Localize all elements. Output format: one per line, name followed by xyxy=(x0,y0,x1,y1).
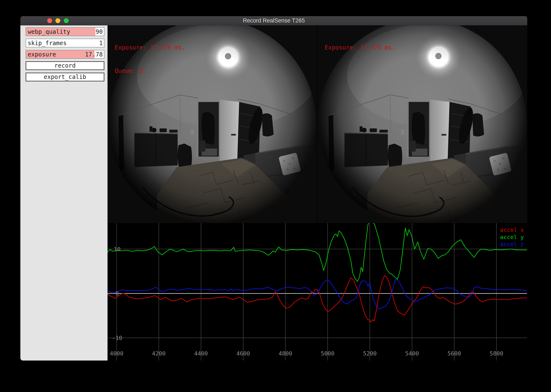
stereo-camera-panel: Exposure: 17.776 ms. Queue: 0. Exposure:… xyxy=(107,25,527,223)
control-sidebar: webp_quality 90 skip_frames 1 exposure 1… xyxy=(20,25,107,361)
window-title: Record RealSense T265 xyxy=(20,16,527,25)
slider-value: 17.78 xyxy=(85,51,103,58)
svg-text:4800: 4800 xyxy=(279,350,292,357)
svg-text:4400: 4400 xyxy=(194,350,208,357)
svg-text:-10: -10 xyxy=(112,335,122,341)
slider-skip-frames[interactable]: skip_frames 1 xyxy=(26,39,104,47)
plot-legend: accel x accel y accel z xyxy=(500,226,524,248)
legend-accel-y: accel y xyxy=(500,234,524,241)
slider-exposure[interactable]: exposure 17.78 xyxy=(26,50,104,59)
queue-readout: Queue: 0. xyxy=(115,67,186,75)
svg-text:5600: 5600 xyxy=(447,350,461,357)
camera-view-left: Exposure: 17.776 ms. Queue: 0. xyxy=(107,25,317,223)
camera-view-right: Exposure: 17.776 ms. xyxy=(317,25,527,223)
slider-value: 90 xyxy=(96,28,103,35)
legend-accel-z: accel z xyxy=(500,241,524,248)
exposure-readout: Exposure: 17.776 ms. xyxy=(325,44,395,51)
legend-accel-x: accel x xyxy=(500,226,524,234)
slider-webp-quality[interactable]: webp_quality 90 xyxy=(26,27,104,36)
svg-text:5400: 5400 xyxy=(405,350,419,357)
close-button-icon[interactable] xyxy=(47,18,52,23)
titlebar: Record RealSense T265 xyxy=(20,16,527,25)
svg-text:4600: 4600 xyxy=(236,350,250,357)
svg-text:4000: 4000 xyxy=(110,350,123,357)
camera-overlay-right: Exposure: 17.776 ms. xyxy=(325,28,395,67)
slider-label: webp_quality xyxy=(28,28,70,35)
slider-label: exposure xyxy=(28,51,56,58)
minimize-button-icon[interactable] xyxy=(55,18,60,23)
export-calib-button[interactable]: export_calib xyxy=(26,73,104,81)
svg-text:5200: 5200 xyxy=(363,350,377,357)
slider-label: skip_frames xyxy=(28,40,67,47)
svg-text:10: 10 xyxy=(114,246,121,252)
maximize-button-icon[interactable] xyxy=(64,18,69,23)
svg-text:5000: 5000 xyxy=(321,350,335,357)
accelerometer-plot: 4000420044004600480050005200540056005800… xyxy=(107,223,527,361)
slider-value: 1 xyxy=(99,40,103,47)
record-button[interactable]: record xyxy=(26,61,104,70)
svg-text:4200: 4200 xyxy=(152,350,166,357)
accel-plot-svg: 4000420044004600480050005200540056005800… xyxy=(107,223,527,361)
camera-overlay-left: Exposure: 17.776 ms. Queue: 0. xyxy=(115,28,186,90)
exposure-readout: Exposure: 17.776 ms. xyxy=(115,44,186,51)
svg-text:0: 0 xyxy=(115,290,119,297)
desktop: { "window": { "title": "Record RealSense… xyxy=(0,0,551,392)
app-window: Record RealSense T265 webp_quality 90 sk… xyxy=(20,16,527,361)
svg-text:5800: 5800 xyxy=(490,350,503,357)
